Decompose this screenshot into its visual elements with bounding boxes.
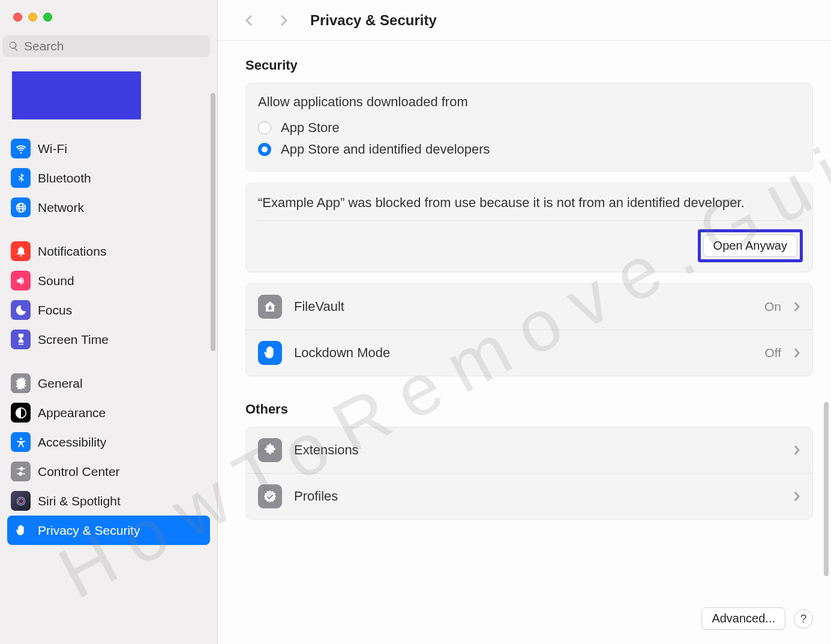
search-field[interactable]: [2, 35, 210, 57]
row-lockdown[interactable]: Lockdown Mode Off: [246, 330, 812, 376]
sidebar-item-label: Siri & Spotlight: [38, 494, 121, 508]
siri-icon: [11, 491, 31, 511]
help-button[interactable]: ?: [794, 609, 813, 628]
search-icon: [8, 41, 19, 52]
sidebar-item-controlcenter[interactable]: Control Center: [7, 457, 210, 486]
footer: Advanced... ?: [218, 607, 831, 644]
close-window-button[interactable]: [13, 13, 22, 22]
sidebar-item-screentime[interactable]: Screen Time: [7, 325, 210, 354]
tutorial-highlight: Open Anyway: [698, 229, 803, 262]
house-lock-icon: [258, 295, 282, 319]
row-label: Lockdown Mode: [294, 345, 752, 361]
sliders-icon: [11, 462, 31, 481]
row-label: FileVault: [294, 299, 752, 314]
others-rows-panel: Extensions Profiles: [245, 427, 813, 520]
svg-point-3: [18, 498, 23, 503]
search-input[interactable]: [24, 39, 204, 53]
section-title-security: Security: [245, 58, 813, 73]
moon-icon: [11, 300, 31, 320]
minimize-window-button[interactable]: [28, 13, 37, 22]
allow-apps-title: Allow applications downloaded from: [258, 94, 800, 110]
sidebar-scrollbar[interactable]: [211, 93, 215, 351]
sidebar-item-wifi[interactable]: Wi-Fi: [7, 134, 210, 163]
sidebar-item-appearance[interactable]: Appearance: [7, 398, 210, 427]
section-title-others: Others: [245, 402, 813, 417]
row-label: Extensions: [294, 442, 781, 458]
chevron-right-icon: [793, 348, 800, 358]
radio-button[interactable]: [258, 121, 271, 134]
sidebar-item-label: Privacy & Security: [38, 523, 140, 538]
sidebar-item-label: Network: [38, 200, 84, 215]
sidebar-item-label: Focus: [38, 303, 72, 317]
accessibility-icon: [11, 432, 31, 452]
sidebar-item-focus[interactable]: Focus: [7, 295, 210, 325]
back-button[interactable]: [241, 12, 257, 29]
content-scroll[interactable]: Security Allow applications downloaded f…: [218, 41, 831, 607]
sidebar-item-network[interactable]: Network: [7, 193, 210, 222]
speaker-icon: [11, 271, 31, 290]
puzzle-icon: [258, 438, 282, 462]
sidebar-item-label: Control Center: [38, 465, 120, 479]
forward-button[interactable]: [275, 12, 292, 29]
sidebar-item-label: General: [38, 376, 83, 391]
radio-label: App Store: [281, 120, 340, 136]
sidebar-list[interactable]: Wi-Fi Bluetooth Network Notifications So…: [0, 119, 217, 644]
sidebar-item-sound[interactable]: Sound: [7, 266, 210, 295]
advanced-button[interactable]: Advanced...: [701, 607, 785, 630]
hand-icon: [11, 520, 31, 540]
sidebar-item-siri[interactable]: Siri & Spotlight: [7, 486, 210, 516]
bell-icon: [11, 241, 31, 261]
apple-id-user-block[interactable]: [12, 71, 141, 119]
hourglass-icon: [11, 330, 31, 349]
hand-icon: [258, 341, 282, 365]
chevron-right-icon: [793, 301, 800, 312]
radio-button[interactable]: [258, 143, 271, 156]
sidebar-item-bluetooth[interactable]: Bluetooth: [7, 163, 210, 193]
row-filevault[interactable]: FileVault On: [246, 284, 812, 330]
open-anyway-button[interactable]: Open Anyway: [703, 235, 797, 257]
row-profiles[interactable]: Profiles: [246, 473, 812, 519]
wifi-icon: [11, 139, 31, 158]
bluetooth-icon: [11, 168, 31, 188]
row-value: On: [764, 299, 781, 314]
radio-app-store-identified[interactable]: App Store and identified developers: [258, 139, 800, 160]
badge-check-icon: [258, 484, 282, 508]
row-extensions[interactable]: Extensions: [246, 427, 812, 473]
main-scrollbar[interactable]: [824, 402, 829, 576]
chevron-right-icon: [793, 491, 800, 502]
row-label: Profiles: [294, 489, 781, 504]
sidebar-item-privacy-security[interactable]: Privacy & Security: [7, 516, 210, 545]
radio-app-store[interactable]: App Store: [258, 117, 800, 139]
appearance-icon: [11, 403, 31, 423]
sidebar-item-label: Accessibility: [38, 435, 106, 450]
sidebar-item-label: Bluetooth: [38, 171, 91, 185]
page-title: Privacy & Security: [310, 12, 437, 29]
sidebar-item-accessibility[interactable]: Accessibility: [7, 427, 210, 457]
gear-icon: [11, 373, 31, 393]
row-value: Off: [764, 346, 781, 360]
sidebar-item-label: Wi-Fi: [38, 142, 67, 156]
blocked-app-message: “Example App” was blocked from use becau…: [246, 183, 812, 220]
sidebar-item-label: Sound: [38, 274, 74, 288]
security-rows-panel: FileVault On Lockdown Mode Off: [245, 283, 813, 376]
blocked-app-panel: “Example App” was blocked from use becau…: [245, 182, 813, 272]
sidebar-item-label: Appearance: [38, 406, 106, 420]
radio-label: App Store and identified developers: [281, 142, 490, 157]
fullscreen-window-button[interactable]: [43, 13, 52, 22]
chevron-right-icon: [793, 445, 800, 456]
sidebar-item-label: Screen Time: [38, 333, 109, 347]
sidebar-item-notifications[interactable]: Notifications: [7, 236, 210, 266]
network-icon: [11, 197, 31, 217]
header: Privacy & Security: [218, 0, 831, 41]
main-pane: Privacy & Security Security Allow applic…: [218, 0, 831, 644]
sidebar-item-label: Notifications: [38, 244, 106, 259]
allow-apps-panel: Allow applications downloaded from App S…: [245, 83, 813, 172]
svg-point-1: [20, 438, 22, 440]
sidebar-item-general[interactable]: General: [7, 369, 210, 398]
window-controls: [0, 0, 217, 22]
sidebar: Wi-Fi Bluetooth Network Notifications So…: [0, 0, 218, 644]
